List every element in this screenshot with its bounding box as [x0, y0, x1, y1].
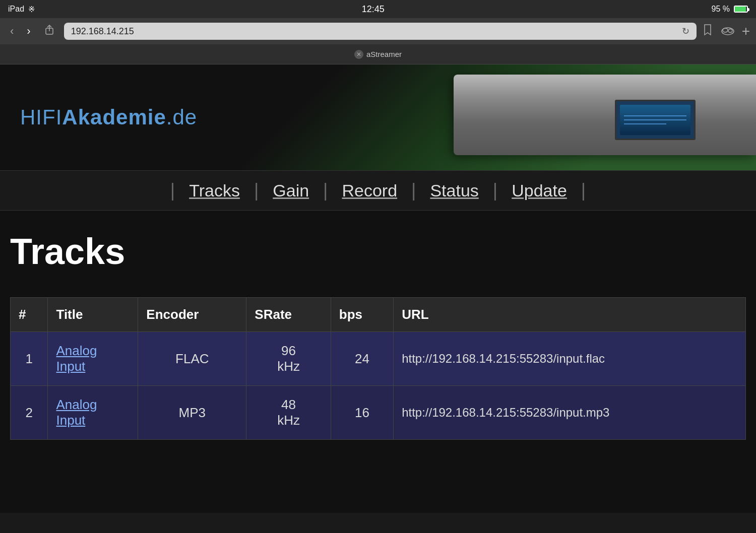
- nav-divider-5: |: [581, 180, 586, 201]
- col-header-encoder: Encoder: [138, 298, 246, 332]
- row1-title-link[interactable]: AnalogInput: [56, 343, 97, 374]
- screen-lines: [620, 112, 690, 127]
- nav-link-record[interactable]: Record: [330, 176, 409, 206]
- tab-title: aStreamer: [366, 50, 402, 58]
- device-image: [454, 75, 756, 155]
- row1-url[interactable]: http://192.168.14.215:55283/input.flac: [394, 332, 746, 386]
- nav-divider-1: |: [254, 180, 259, 201]
- battery-icon: [734, 6, 748, 13]
- row1-bps: 24: [331, 332, 393, 386]
- row1-srate: 96kHz: [246, 332, 331, 386]
- table-body: 1 AnalogInput FLAC 96kHz 24 http://192.1…: [11, 332, 746, 440]
- bookmarks-button[interactable]: [702, 24, 714, 39]
- device-screen: [615, 100, 696, 140]
- browser-chrome: ‹ › 192.168.14.215 ↻ +: [0, 18, 756, 44]
- nav-link-status[interactable]: Status: [418, 176, 490, 206]
- col-header-bps: bps: [331, 298, 393, 332]
- col-header-title: Title: [48, 298, 138, 332]
- row2-bps: 16: [331, 386, 393, 440]
- col-header-num: #: [11, 298, 48, 332]
- row2-encoder: MP3: [138, 386, 246, 440]
- back-button[interactable]: ‹: [6, 23, 18, 40]
- row2-title-link[interactable]: AnalogInput: [56, 397, 97, 428]
- site-nav: | Tracks | Gain | Record | Status | Upda…: [0, 170, 756, 211]
- status-bar-time: 12:45: [362, 4, 385, 15]
- svg-point-3: [723, 28, 728, 32]
- address-bar[interactable]: 192.168.14.215 ↻: [64, 23, 697, 40]
- share-button[interactable]: [40, 22, 59, 40]
- row1-num: 1: [11, 332, 48, 386]
- nav-divider-4: |: [493, 180, 497, 201]
- tracks-table: # Title Encoder SRate bps URL 1 AnalogIn…: [10, 297, 746, 440]
- tab-close-button[interactable]: ✕: [354, 50, 363, 59]
- browser-actions: +: [702, 23, 750, 39]
- svg-point-4: [728, 29, 732, 33]
- table-row: 1 AnalogInput FLAC 96kHz 24 http://192.1…: [11, 332, 746, 386]
- page-content: Tracks # Title Encoder SRate bps URL 1 A…: [0, 211, 756, 513]
- site-header: HIFIAkademie.de: [0, 64, 756, 170]
- col-header-srate: SRate: [246, 298, 331, 332]
- battery-label: 95 %: [712, 5, 730, 14]
- wifi-icon: ※: [28, 5, 35, 14]
- logo-text: HIFIAkademie.de: [20, 105, 197, 129]
- status-bar: iPad ※ 12:45 95 %: [0, 0, 756, 18]
- nav-divider-3: |: [411, 180, 416, 201]
- cloud-button[interactable]: [721, 24, 735, 38]
- site-logo: HIFIAkademie.de: [20, 105, 197, 129]
- row2-title[interactable]: AnalogInput: [48, 386, 138, 440]
- page-title: Tracks: [10, 226, 746, 277]
- table-header: # Title Encoder SRate bps URL: [11, 298, 746, 332]
- status-bar-right: 95 %: [712, 5, 748, 14]
- col-header-url: URL: [394, 298, 746, 332]
- battery-fill: [735, 7, 746, 12]
- row2-url[interactable]: http://192.168.14.215:55283/input.mp3: [394, 386, 746, 440]
- ipad-label: iPad: [8, 5, 24, 14]
- status-bar-left: iPad ※: [8, 5, 35, 14]
- table-header-row: # Title Encoder SRate bps URL: [11, 298, 746, 332]
- tab-bar: ✕ aStreamer: [0, 44, 756, 64]
- tab-item[interactable]: ✕ aStreamer: [344, 50, 412, 59]
- nav-divider-2: |: [323, 180, 328, 201]
- reload-button[interactable]: ↻: [682, 26, 689, 37]
- row1-title[interactable]: AnalogInput: [48, 332, 138, 386]
- nav-divider-0: |: [170, 180, 175, 201]
- forward-button[interactable]: ›: [23, 23, 34, 40]
- table-row: 2 AnalogInput MP3 48kHz 16 http://192.16…: [11, 386, 746, 440]
- nav-link-update[interactable]: Update: [499, 176, 579, 206]
- row1-encoder: FLAC: [138, 332, 246, 386]
- row2-srate: 48kHz: [246, 386, 331, 440]
- url-text: 192.168.14.215: [71, 26, 134, 37]
- nav-link-gain[interactable]: Gain: [261, 176, 321, 206]
- row2-num: 2: [11, 386, 48, 440]
- nav-link-tracks[interactable]: Tracks: [177, 176, 252, 206]
- device-screen-inner: [620, 105, 690, 135]
- new-tab-button[interactable]: +: [742, 23, 750, 39]
